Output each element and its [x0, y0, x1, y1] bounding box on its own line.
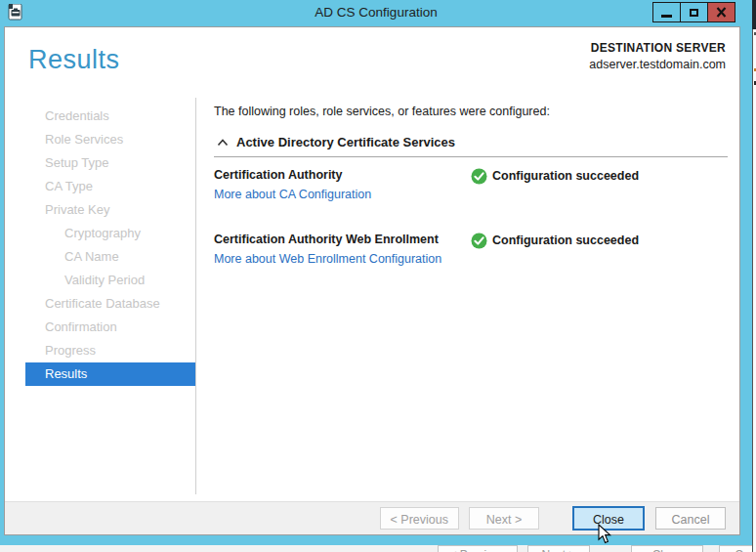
success-check-icon — [471, 233, 487, 249]
role-group-title: Active Directory Certificate Services — [236, 135, 455, 149]
sidebar-item-certificate-database: Certificate Database — [5, 292, 195, 316]
minimize-button[interactable] — [652, 2, 681, 22]
intro-text: The following roles, role services, or f… — [214, 105, 728, 118]
sidebar-item-cryptography: Cryptography — [5, 222, 195, 245]
background-cancel-button: Cancel — [719, 545, 756, 552]
adcs-configuration-dialog: AD CS Configuration Results DESTINATION … — [0, 0, 752, 545]
window-controls — [653, 2, 735, 22]
wizard-button-bar: < Previous Next > Close Cancel — [5, 501, 739, 534]
sidebar-item-ca-type: CA Type — [5, 175, 195, 198]
title-bar[interactable]: AD CS Configuration — [0, 0, 752, 26]
status-text: Configuration succeeded — [492, 234, 639, 247]
wizard-step-list: Credentials Role Services Setup Type CA … — [5, 105, 195, 386]
collapse-chevron-icon[interactable] — [217, 139, 229, 147]
sidebar-item-progress: Progress — [5, 339, 195, 362]
more-about-ca-link[interactable]: More about CA Configuration — [214, 188, 471, 201]
status-text: Configuration succeeded — [492, 169, 639, 183]
close-window-button[interactable] — [707, 2, 735, 22]
background-previous-button: < Previous — [438, 545, 518, 552]
result-name: Certification Authority Web Enrollment — [214, 233, 471, 246]
result-name: Certification Authority — [214, 168, 471, 182]
sidebar-item-results[interactable]: Results — [25, 362, 195, 386]
maximize-icon — [690, 9, 698, 17]
sidebar-item-ca-name: CA Name — [5, 245, 195, 269]
results-panel: The following roles, role services, or f… — [196, 27, 741, 495]
sidebar-item-credentials: Credentials — [5, 105, 195, 128]
sidebar-item-setup-type: Setup Type — [5, 151, 195, 175]
background-window-right-edge — [752, 0, 756, 552]
result-row-web-enrollment: Certification Authority Web Enrollment M… — [214, 233, 728, 266]
sidebar-item-private-key: Private Key — [5, 198, 195, 222]
more-about-web-enrollment-link[interactable]: More about Web Enrollment Configuration — [214, 252, 471, 266]
group-divider — [214, 156, 728, 157]
result-row-ca: Certification Authority More about CA Co… — [214, 168, 728, 201]
cancel-button[interactable]: Cancel — [655, 507, 726, 530]
sidebar-item-role-services: Role Services — [5, 128, 195, 151]
sidebar-item-confirmation: Confirmation — [5, 316, 195, 339]
success-check-icon — [471, 168, 487, 185]
background-next-button: Next > — [527, 545, 590, 552]
previous-button: < Previous — [380, 507, 459, 530]
window-title: AD CS Configuration — [0, 5, 752, 20]
sidebar-item-validity-period: Validity Period — [5, 269, 195, 292]
maximize-button[interactable] — [680, 2, 708, 22]
role-group-header: Active Directory Certificate Services — [214, 135, 728, 149]
page-title: Results — [28, 45, 120, 75]
mouse-cursor — [598, 524, 612, 545]
close-icon — [716, 7, 727, 18]
dialog-body: Results DESTINATION SERVER adserver.test… — [4, 26, 740, 535]
minimize-icon — [661, 15, 672, 18]
next-button: Next > — [469, 507, 539, 530]
background-close-button: Close — [631, 545, 703, 552]
